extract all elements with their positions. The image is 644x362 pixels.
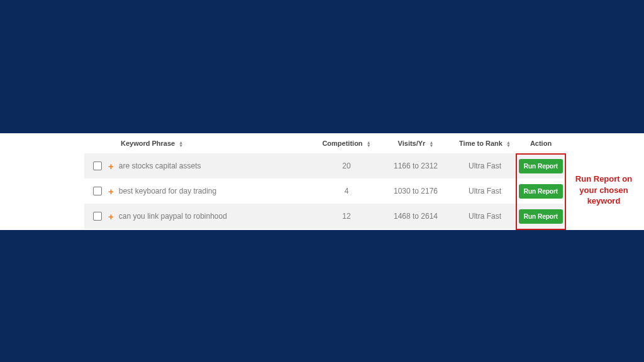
keyword-cell: + best keyboard for day trading (84, 186, 313, 197)
action-cell: Run Report (518, 209, 564, 224)
competition-cell: 20 (313, 162, 380, 170)
visits-cell: 1030 to 2176 (380, 187, 452, 195)
keyword-text: best keyboard for day trading (119, 187, 216, 195)
col-header-keyword-label: Keyword Phrase (121, 140, 175, 147)
time-to-rank-cell: Ultra Fast (452, 162, 518, 170)
run-report-button[interactable]: Run Report (519, 184, 563, 199)
run-report-button[interactable]: Run Report (519, 159, 563, 173)
col-header-ttr-label: Time to Rank (459, 140, 502, 147)
time-to-rank-cell: Ultra Fast (452, 187, 518, 195)
plus-icon[interactable]: + (108, 161, 114, 172)
plus-icon[interactable]: + (108, 186, 114, 197)
plus-icon[interactable]: + (108, 211, 114, 222)
run-report-button[interactable]: Run Report (519, 209, 563, 224)
keyword-table: Keyword Phrase ▲▼ Competition ▲▼ Visits/… (84, 133, 564, 229)
col-header-time-to-rank[interactable]: Time to Rank ▲▼ (452, 140, 518, 147)
time-to-rank-cell: Ultra Fast (452, 212, 518, 221)
col-header-keyword[interactable]: Keyword Phrase ▲▼ (84, 140, 313, 147)
visits-cell: 1468 to 2614 (380, 212, 452, 221)
row-checkbox[interactable] (93, 162, 102, 170)
action-cell: Run Report (518, 159, 564, 173)
col-header-competition[interactable]: Competition ▲▼ (313, 140, 380, 147)
sort-icon: ▲▼ (367, 141, 371, 147)
table-row: + best keyboard for day trading 4 1030 t… (84, 178, 564, 204)
keyword-cell: + can you link paypal to robinhood (84, 211, 313, 222)
col-header-action: Action (518, 140, 564, 147)
keyword-text: are stocks capital assets (119, 162, 201, 170)
visits-cell: 1166 to 2312 (380, 162, 452, 170)
row-checkbox[interactable] (93, 187, 102, 195)
sort-icon: ▲▼ (429, 141, 433, 147)
row-checkbox[interactable] (93, 212, 102, 221)
col-header-competition-label: Competition (322, 140, 362, 147)
competition-cell: 4 (313, 187, 380, 195)
keyword-cell: + are stocks capital assets (84, 161, 313, 172)
sort-icon: ▲▼ (179, 141, 183, 147)
annotation-text: Run Report on your chosen keyword (570, 173, 638, 207)
col-header-visits[interactable]: Visits/Yr ▲▼ (380, 140, 452, 147)
table-header-row: Keyword Phrase ▲▼ Competition ▲▼ Visits/… (84, 133, 564, 153)
table-row: + can you link paypal to robinhood 12 14… (84, 204, 564, 229)
col-header-action-label: Action (530, 140, 552, 147)
table-panel: Keyword Phrase ▲▼ Competition ▲▼ Visits/… (0, 133, 644, 230)
col-header-visits-label: Visits/Yr (398, 140, 426, 147)
competition-cell: 12 (313, 212, 380, 221)
sort-icon: ▲▼ (506, 141, 511, 147)
keyword-text: can you link paypal to robinhood (119, 212, 227, 221)
table-row: + are stocks capital assets 20 1166 to 2… (84, 153, 564, 178)
action-cell: Run Report (518, 184, 564, 199)
